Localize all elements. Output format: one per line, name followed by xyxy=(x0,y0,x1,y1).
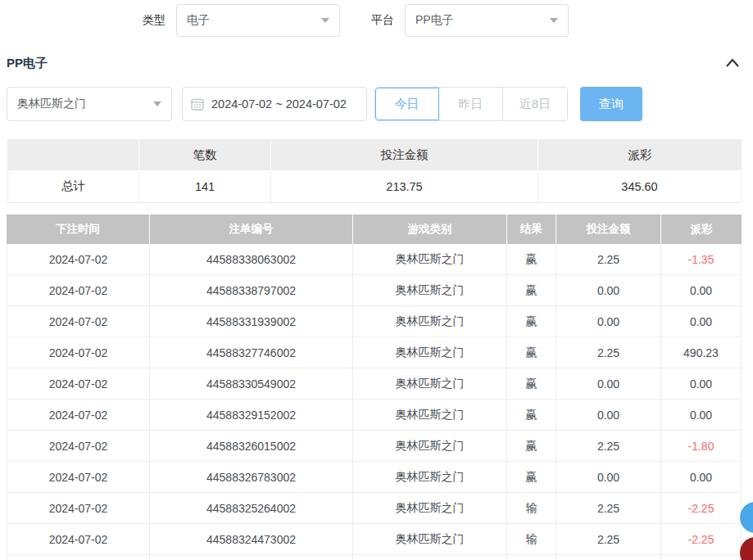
platform-select[interactable]: PP电子 xyxy=(405,4,569,37)
summary-header-blank xyxy=(7,139,139,170)
cell-bet-id: 44588324473002 xyxy=(150,524,353,555)
yesterday-button[interactable]: 昨日 xyxy=(439,88,503,120)
cell-result: 赢 xyxy=(507,337,556,368)
cell-bet-amount: 2.25 xyxy=(556,244,661,275)
cell-game-type: 奥林匹斯之门 xyxy=(353,368,507,400)
table-body: 2024-07-02 44588338063002 奥林匹斯之门 赢 2.25 … xyxy=(7,244,742,555)
cell-game-type: 奥林匹斯之门 xyxy=(353,306,507,337)
cell-bet-id: 44588326015002 xyxy=(150,431,353,462)
type-select[interactable]: 电子 xyxy=(176,4,340,37)
cell-payout: -1.80 xyxy=(661,431,742,462)
summary-header-payout: 派彩 xyxy=(538,139,742,170)
summary-total-label: 总计 xyxy=(7,170,139,203)
cell-payout: 490.23 xyxy=(661,337,742,368)
search-button[interactable]: 查询 xyxy=(580,87,642,121)
summary-count-value: 141 xyxy=(139,170,271,203)
header-game-type: 游戏类别 xyxy=(353,215,507,244)
floating-chat-button[interactable] xyxy=(740,502,753,533)
table-row: 2024-07-02 44588338797002 奥林匹斯之门 赢 0.00 … xyxy=(7,275,742,306)
cell-result: 输 xyxy=(507,493,556,524)
cell-bet-time: 2024-07-02 xyxy=(7,524,150,555)
summary-header-count: 笔数 xyxy=(139,139,271,170)
cell-payout: -2.25 xyxy=(661,524,742,555)
cell-bet-amount: 0.00 xyxy=(556,368,661,400)
cell-bet-time: 2024-07-02 xyxy=(7,275,150,306)
cell-result: 赢 xyxy=(507,306,556,337)
cell-bet-id: 44588338063002 xyxy=(150,244,353,275)
cell-result: 输 xyxy=(507,524,556,555)
table-row-partial xyxy=(7,555,742,560)
cell-game-type: 奥林匹斯之门 xyxy=(353,244,507,275)
cell-game-type: 奥林匹斯之门 xyxy=(353,400,507,431)
table-row: 2024-07-02 44588338063002 奥林匹斯之门 赢 2.25 … xyxy=(7,244,742,275)
table-row: 2024-07-02 44588327746002 奥林匹斯之门 赢 2.25 … xyxy=(7,337,742,368)
summary-total-row: 总计 141 213.75 345.60 xyxy=(7,170,742,203)
summary-bet-amount-value: 213.75 xyxy=(271,170,538,203)
cell-result: 赢 xyxy=(507,431,556,462)
table-row: 2024-07-02 44588330549002 奥林匹斯之门 赢 0.00 … xyxy=(7,368,742,400)
cell-payout: -1.35 xyxy=(661,244,742,275)
cell-bet-amount: 2.25 xyxy=(556,431,661,462)
header-payout: 派彩 xyxy=(661,215,742,244)
cell-bet-time: 2024-07-02 xyxy=(7,462,150,493)
cell-bet-id: 44588327746002 xyxy=(150,337,353,368)
table-row: 2024-07-02 44588325264002 奥林匹斯之门 输 2.25 … xyxy=(7,493,742,524)
calendar-icon xyxy=(191,97,204,111)
chevron-down-icon xyxy=(550,18,558,23)
cell-bet-id: 44588326783002 xyxy=(150,462,353,493)
cell-payout: 0.00 xyxy=(661,400,742,431)
table-row: 2024-07-02 44588329152002 奥林匹斯之门 赢 0.00 … xyxy=(7,400,742,431)
cell-result: 赢 xyxy=(507,368,556,400)
cell-bet-time: 2024-07-02 xyxy=(7,306,150,337)
cell-bet-time: 2024-07-02 xyxy=(7,400,150,431)
floating-service-button[interactable] xyxy=(740,537,753,560)
cell-bet-amount: 0.00 xyxy=(556,275,661,306)
cell-payout: 0.00 xyxy=(661,368,742,400)
table-row: 2024-07-02 44588326783002 奥林匹斯之门 赢 0.00 … xyxy=(7,462,742,493)
game-select-value: 奥林匹斯之门 xyxy=(17,97,86,111)
summary-header-bet-amount: 投注金额 xyxy=(271,139,538,170)
table-row: 2024-07-02 44588331939002 奥林匹斯之门 赢 0.00 … xyxy=(7,306,742,337)
table-header-row: 下注时间 注单编号 游戏类别 结果 投注金额 派彩 xyxy=(7,215,742,244)
collapse-section-button[interactable] xyxy=(724,54,742,72)
filter-row: 奥林匹斯之门 2024-07-02 ~ 2024-07-02 今日 昨日 近8日… xyxy=(7,87,742,121)
platform-select-value: PP电子 xyxy=(415,13,454,28)
cell-game-type: 奥林匹斯之门 xyxy=(353,275,507,306)
cell-bet-amount: 2.25 xyxy=(556,524,661,555)
cell-bet-id: 44588325264002 xyxy=(150,493,353,524)
header-result: 结果 xyxy=(507,215,556,244)
cell-bet-id: 44588338797002 xyxy=(150,275,353,306)
top-filter-bar: 类型 电子 平台 PP电子 xyxy=(0,4,753,37)
cell-bet-amount: 0.00 xyxy=(556,400,661,431)
cell-bet-amount: 0.00 xyxy=(556,306,661,337)
cell-payout: -2.25 xyxy=(661,493,742,524)
cell-bet-time: 2024-07-02 xyxy=(7,368,150,400)
chevron-down-icon xyxy=(153,102,161,106)
cell-payout: 0.00 xyxy=(661,462,742,493)
platform-label: 平台 xyxy=(371,13,394,28)
cell-payout: 0.00 xyxy=(661,306,742,337)
cell-bet-amount: 2.25 xyxy=(556,337,661,368)
header-bet-id: 注单编号 xyxy=(150,215,353,244)
quick-date-button-group: 今日 昨日 近8日 xyxy=(374,87,568,121)
header-bet-time: 下注时间 xyxy=(7,215,150,244)
summary-payout-value: 345.60 xyxy=(538,170,742,203)
last-8-days-button[interactable]: 近8日 xyxy=(503,88,567,120)
section-header: PP电子 xyxy=(7,52,742,75)
cell-game-type: 奥林匹斯之门 xyxy=(353,493,507,524)
type-select-value: 电子 xyxy=(187,13,210,28)
cell-bet-time: 2024-07-02 xyxy=(7,431,150,462)
date-range-picker[interactable]: 2024-07-02 ~ 2024-07-02 xyxy=(182,87,367,121)
bet-records-table: 下注时间 注单编号 游戏类别 结果 投注金额 派彩 2024-07-02 445… xyxy=(7,215,742,560)
summary-header-row: 笔数 投注金额 派彩 xyxy=(7,139,742,170)
today-button[interactable]: 今日 xyxy=(375,88,439,120)
cell-game-type: 奥林匹斯之门 xyxy=(353,462,507,493)
cell-bet-time: 2024-07-02 xyxy=(7,337,150,368)
cell-bet-id: 44588329152002 xyxy=(150,400,353,431)
cell-result: 赢 xyxy=(507,462,556,493)
game-select[interactable]: 奥林匹斯之门 xyxy=(7,87,172,121)
cell-bet-time: 2024-07-02 xyxy=(7,244,150,275)
cell-game-type: 奥林匹斯之门 xyxy=(353,337,507,368)
cell-result: 赢 xyxy=(507,244,556,275)
cell-bet-id: 44588331939002 xyxy=(150,306,353,337)
